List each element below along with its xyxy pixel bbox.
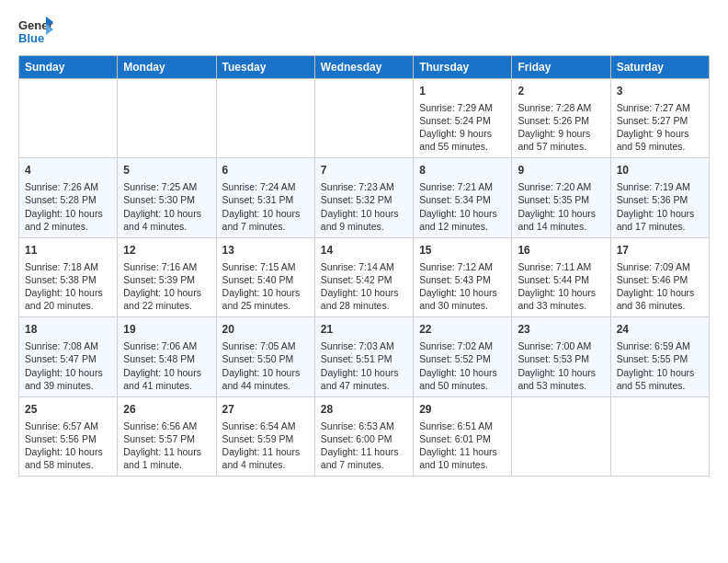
- calendar-week-5: 25Sunrise: 6:57 AM Sunset: 5:56 PM Dayli…: [19, 396, 710, 476]
- day-number: 14: [321, 243, 407, 259]
- day-number: 12: [123, 243, 210, 259]
- calendar-cell: 29Sunrise: 6:51 AM Sunset: 6:01 PM Dayli…: [414, 396, 512, 476]
- day-number: 9: [518, 163, 604, 178]
- calendar-cell: 6Sunrise: 7:24 AM Sunset: 5:31 PM Daylig…: [216, 158, 314, 237]
- calendar-cell: 2Sunrise: 7:28 AM Sunset: 5:26 PM Daylig…: [512, 79, 610, 158]
- calendar-cell: 24Sunrise: 6:59 AM Sunset: 5:55 PM Dayli…: [610, 317, 709, 396]
- day-info: Sunrise: 7:15 AM Sunset: 5:40 PM Dayligh…: [222, 260, 309, 313]
- day-info: Sunrise: 7:24 AM Sunset: 5:31 PM Dayligh…: [222, 180, 309, 233]
- calendar-week-2: 4Sunrise: 7:26 AM Sunset: 5:28 PM Daylig…: [19, 158, 710, 237]
- day-info: Sunrise: 6:56 AM Sunset: 5:57 PM Dayligh…: [123, 419, 210, 472]
- day-info: Sunrise: 6:54 AM Sunset: 5:59 PM Dayligh…: [222, 419, 309, 472]
- day-info: Sunrise: 7:20 AM Sunset: 5:35 PM Dayligh…: [518, 180, 604, 233]
- calendar-week-3: 11Sunrise: 7:18 AM Sunset: 5:38 PM Dayli…: [19, 237, 710, 316]
- day-number: 22: [419, 322, 506, 338]
- day-number: 6: [222, 163, 309, 178]
- day-info: Sunrise: 7:05 AM Sunset: 5:50 PM Dayligh…: [222, 339, 309, 392]
- calendar-cell: 12Sunrise: 7:16 AM Sunset: 5:39 PM Dayli…: [118, 237, 216, 316]
- calendar-cell: [314, 79, 413, 158]
- day-info: Sunrise: 6:51 AM Sunset: 6:01 PM Dayligh…: [419, 419, 506, 472]
- day-info: Sunrise: 7:29 AM Sunset: 5:24 PM Dayligh…: [419, 101, 506, 154]
- day-info: Sunrise: 7:12 AM Sunset: 5:43 PM Dayligh…: [419, 260, 506, 313]
- calendar-cell: 28Sunrise: 6:53 AM Sunset: 6:00 PM Dayli…: [314, 396, 413, 476]
- day-info: Sunrise: 7:14 AM Sunset: 5:42 PM Dayligh…: [321, 260, 407, 313]
- day-number: 11: [25, 243, 111, 259]
- day-info: Sunrise: 7:08 AM Sunset: 5:47 PM Dayligh…: [25, 339, 111, 392]
- calendar-cell: [216, 79, 314, 158]
- calendar-cell: 5Sunrise: 7:25 AM Sunset: 5:30 PM Daylig…: [118, 158, 216, 237]
- calendar-cell: 13Sunrise: 7:15 AM Sunset: 5:40 PM Dayli…: [216, 237, 314, 316]
- day-info: Sunrise: 7:19 AM Sunset: 5:36 PM Dayligh…: [617, 180, 703, 233]
- day-number: 24: [617, 322, 703, 338]
- calendar-header-tuesday: Tuesday: [216, 56, 314, 79]
- day-number: 25: [25, 402, 111, 418]
- calendar-header-monday: Monday: [118, 56, 216, 79]
- day-number: 2: [518, 84, 604, 99]
- day-info: Sunrise: 7:06 AM Sunset: 5:48 PM Dayligh…: [123, 339, 210, 392]
- calendar-week-1: 1Sunrise: 7:29 AM Sunset: 5:24 PM Daylig…: [19, 79, 710, 158]
- day-info: Sunrise: 7:25 AM Sunset: 5:30 PM Dayligh…: [123, 180, 210, 233]
- day-number: 23: [518, 322, 604, 338]
- day-info: Sunrise: 7:03 AM Sunset: 5:51 PM Dayligh…: [321, 339, 407, 392]
- calendar-cell: 21Sunrise: 7:03 AM Sunset: 5:51 PM Dayli…: [314, 317, 413, 396]
- day-info: Sunrise: 7:00 AM Sunset: 5:53 PM Dayligh…: [518, 339, 604, 392]
- day-info: Sunrise: 7:02 AM Sunset: 5:52 PM Dayligh…: [419, 339, 506, 392]
- day-info: Sunrise: 7:27 AM Sunset: 5:27 PM Dayligh…: [617, 101, 703, 154]
- svg-text:Blue: Blue: [18, 31, 44, 45]
- calendar-cell: 18Sunrise: 7:08 AM Sunset: 5:47 PM Dayli…: [19, 317, 118, 396]
- day-info: Sunrise: 6:59 AM Sunset: 5:55 PM Dayligh…: [617, 339, 703, 392]
- logo-svg-icon: GeneralBlue: [18, 15, 53, 50]
- day-number: 15: [419, 243, 506, 259]
- calendar-cell: 23Sunrise: 7:00 AM Sunset: 5:53 PM Dayli…: [512, 317, 610, 396]
- day-number: 26: [123, 402, 210, 418]
- calendar-header-friday: Friday: [512, 56, 610, 79]
- day-number: 28: [321, 402, 407, 418]
- day-info: Sunrise: 7:28 AM Sunset: 5:26 PM Dayligh…: [518, 101, 604, 154]
- day-info: Sunrise: 7:16 AM Sunset: 5:39 PM Dayligh…: [123, 260, 210, 313]
- day-number: 10: [617, 163, 703, 178]
- calendar-cell: 9Sunrise: 7:20 AM Sunset: 5:35 PM Daylig…: [512, 158, 610, 237]
- day-number: 27: [222, 402, 309, 418]
- calendar-header-wednesday: Wednesday: [314, 56, 413, 79]
- calendar-cell: 10Sunrise: 7:19 AM Sunset: 5:36 PM Dayli…: [610, 158, 709, 237]
- calendar-cell: 22Sunrise: 7:02 AM Sunset: 5:52 PM Dayli…: [414, 317, 512, 396]
- day-info: Sunrise: 7:26 AM Sunset: 5:28 PM Dayligh…: [25, 180, 111, 233]
- day-info: Sunrise: 7:18 AM Sunset: 5:38 PM Dayligh…: [25, 260, 111, 313]
- day-number: 4: [25, 163, 111, 178]
- calendar-cell: 7Sunrise: 7:23 AM Sunset: 5:32 PM Daylig…: [314, 158, 413, 237]
- day-number: 3: [617, 84, 703, 99]
- calendar-cell: 19Sunrise: 7:06 AM Sunset: 5:48 PM Dayli…: [118, 317, 216, 396]
- calendar-cell: 26Sunrise: 6:56 AM Sunset: 5:57 PM Dayli…: [118, 396, 216, 476]
- day-number: 16: [518, 243, 604, 259]
- header: GeneralBlue: [18, 15, 710, 50]
- calendar-header-row: SundayMondayTuesdayWednesdayThursdayFrid…: [19, 56, 710, 79]
- calendar-cell: 1Sunrise: 7:29 AM Sunset: 5:24 PM Daylig…: [414, 79, 512, 158]
- calendar-cell: [19, 79, 118, 158]
- day-number: 13: [222, 243, 309, 259]
- calendar-cell: 3Sunrise: 7:27 AM Sunset: 5:27 PM Daylig…: [610, 79, 709, 158]
- calendar-cell: 15Sunrise: 7:12 AM Sunset: 5:43 PM Dayli…: [414, 237, 512, 316]
- day-number: 5: [123, 163, 210, 178]
- day-number: 20: [222, 322, 309, 338]
- calendar-cell: 20Sunrise: 7:05 AM Sunset: 5:50 PM Dayli…: [216, 317, 314, 396]
- calendar-cell: 14Sunrise: 7:14 AM Sunset: 5:42 PM Dayli…: [314, 237, 413, 316]
- day-info: Sunrise: 6:53 AM Sunset: 6:00 PM Dayligh…: [321, 419, 407, 472]
- calendar-header-sunday: Sunday: [19, 56, 118, 79]
- day-info: Sunrise: 7:09 AM Sunset: 5:46 PM Dayligh…: [617, 260, 703, 313]
- day-number: 1: [419, 84, 506, 99]
- calendar-cell: 27Sunrise: 6:54 AM Sunset: 5:59 PM Dayli…: [216, 396, 314, 476]
- calendar-cell: 16Sunrise: 7:11 AM Sunset: 5:44 PM Dayli…: [512, 237, 610, 316]
- calendar: SundayMondayTuesdayWednesdayThursdayFrid…: [18, 55, 710, 477]
- day-info: Sunrise: 7:23 AM Sunset: 5:32 PM Dayligh…: [321, 180, 407, 233]
- calendar-cell: [118, 79, 216, 158]
- day-number: 18: [25, 322, 111, 338]
- day-number: 21: [321, 322, 407, 338]
- day-info: Sunrise: 7:21 AM Sunset: 5:34 PM Dayligh…: [419, 180, 506, 233]
- calendar-cell: 25Sunrise: 6:57 AM Sunset: 5:56 PM Dayli…: [19, 396, 118, 476]
- day-number: 19: [123, 322, 210, 338]
- page: GeneralBlue SundayMondayTuesdayWednesday…: [0, 0, 728, 486]
- day-number: 7: [321, 163, 407, 178]
- calendar-cell: 4Sunrise: 7:26 AM Sunset: 5:28 PM Daylig…: [19, 158, 118, 237]
- calendar-cell: [610, 396, 709, 476]
- calendar-cell: 11Sunrise: 7:18 AM Sunset: 5:38 PM Dayli…: [19, 237, 118, 316]
